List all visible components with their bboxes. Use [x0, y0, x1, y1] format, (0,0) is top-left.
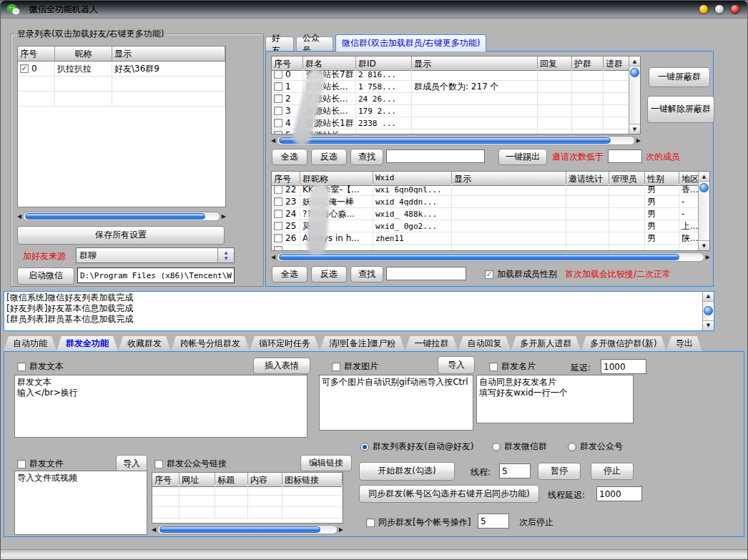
account-checkbox[interactable]: ✓ — [20, 64, 29, 73]
wechat-path-input[interactable] — [77, 267, 235, 283]
radio-send-official[interactable]: 群发公众号 — [568, 441, 623, 453]
group-row-checkbox[interactable] — [274, 107, 282, 115]
radio-icon[interactable] — [492, 443, 501, 451]
thread-delay-input[interactable] — [596, 486, 642, 501]
checkbox-icon[interactable] — [332, 363, 340, 371]
mass-card-area[interactable]: 自动同意好友发名片 填写好友wxid一行一个 — [476, 375, 634, 423]
login-table-hscrollbar[interactable]: ◀ ▶ — [17, 212, 226, 221]
group-table-vscrollbar[interactable]: ▲ ▼ — [629, 57, 640, 134]
tab-friends[interactable]: 好友 — [265, 36, 294, 51]
group-row-checkbox[interactable] — [274, 82, 282, 91]
tab-scheduled-tasks[interactable]: 循环定时任务 — [250, 336, 320, 351]
group-row-checkbox[interactable] — [274, 131, 282, 134]
thread-input[interactable] — [499, 463, 531, 478]
sync-limit-checkbox[interactable]: 同步群发[每个帐号操作] — [366, 516, 471, 529]
scroll-up-icon[interactable]: ▲ — [699, 172, 709, 182]
edit-link-button[interactable]: 编辑链接 — [300, 455, 352, 471]
log-output[interactable]: [微信系统]微信好友列表加载完成 [好友列表]好友基本信息加载完成 [群员列表]… — [4, 291, 714, 331]
tab-cross-account-send[interactable]: 跨帐号分组群发 — [171, 336, 250, 351]
table-row[interactable]: 24 — [272, 208, 300, 220]
log-vscrollbar[interactable]: ▲ ▼ — [702, 292, 714, 330]
login-row-cell[interactable]: 好友\36群9 — [112, 62, 225, 77]
member-table-vscrollbar[interactable]: ▲ ▼ — [698, 172, 709, 250]
scroll-up-icon[interactable]: ▲ — [629, 57, 640, 67]
stop-button[interactable]: 停止 — [591, 463, 634, 480]
member-table-hscrollbar[interactable]: ◀ ▶ — [271, 252, 710, 262]
scroll-left-icon[interactable]: ◀ — [152, 527, 156, 533]
member-invert-select-button[interactable]: 反选 — [311, 266, 347, 283]
radio-icon[interactable] — [360, 443, 369, 451]
member-row-checkbox[interactable] — [274, 197, 282, 206]
block-group-button[interactable]: 一键屏蔽群 — [649, 67, 710, 87]
member-row-checkbox[interactable] — [274, 210, 282, 218]
mass-link-checkbox[interactable]: 群发公众号链接 — [154, 458, 227, 470]
group-search-input[interactable] — [386, 149, 485, 163]
table-row[interactable]: 22 — [272, 184, 300, 196]
checkbox-icon[interactable]: ✓ — [485, 270, 493, 279]
tab-clean-zombie-fans[interactable]: 清理[备注]僵尸粉 — [320, 336, 405, 351]
load-gender-checkbox[interactable]: ✓ 加载群成员性别 — [485, 268, 557, 280]
scroll-right-icon[interactable]: ▶ — [339, 527, 343, 533]
tab-auto-reply[interactable]: 自动回复 — [458, 336, 511, 351]
scroll-left-icon[interactable]: ◀ — [271, 138, 275, 144]
tab-export[interactable]: 导出 — [666, 336, 702, 351]
mass-file-checkbox[interactable]: 群发文件 — [17, 458, 64, 470]
group-invert-select-button[interactable]: 反选 — [311, 149, 347, 165]
close-button[interactable] — [730, 4, 740, 14]
scroll-up-icon[interactable]: ▲ — [703, 292, 714, 302]
mass-card-checkbox[interactable]: 群发名片 — [489, 360, 536, 373]
tab-favorite-send[interactable]: 收藏群发 — [118, 336, 171, 351]
tab-multi-guard-group[interactable]: 多开微信护群(新) — [581, 336, 666, 351]
sync-count-input[interactable] — [478, 514, 509, 529]
scroll-down-icon[interactable]: ▼ — [629, 124, 640, 134]
mass-image-checkbox[interactable]: 群发图片 — [332, 360, 378, 373]
link-table-hscrollbar[interactable]: ◀ ▶ — [152, 525, 343, 534]
scroll-down-icon[interactable]: ▼ — [703, 320, 714, 330]
invite-threshold-input[interactable] — [608, 149, 642, 163]
group-select-all-button[interactable]: 全选 — [272, 149, 307, 165]
tab-auto-functions[interactable]: 自动功能 — [4, 336, 56, 351]
member-row-checkbox[interactable] — [274, 222, 282, 230]
mass-file-area[interactable]: 导入文件或视频 — [14, 471, 147, 535]
insert-emoji-button[interactable]: 插入表情 — [253, 358, 310, 374]
radio-send-friends[interactable]: 群发列表好友(自动@好友) — [360, 441, 473, 453]
member-select-all-button[interactable]: 全选 — [272, 266, 307, 283]
mass-image-area[interactable]: 可多个图片自动识别gif动画导入按Ctrl — [319, 375, 473, 431]
member-search-input[interactable] — [386, 267, 466, 280]
combo-stepper-icon[interactable]: ▲▼ — [217, 248, 234, 262]
login-row-cell[interactable]: 扒拉扒拉 — [55, 62, 112, 77]
group-find-button[interactable]: 查找 — [350, 149, 383, 165]
launch-wechat-button[interactable]: 启动微信 — [17, 267, 74, 285]
scroll-right-icon[interactable]: ▶ — [636, 138, 641, 144]
mass-text-area[interactable]: 群发文本 输入</br>换行 — [14, 375, 307, 438]
scroll-left-icon[interactable]: ◀ — [271, 255, 275, 260]
table-row[interactable] — [272, 245, 300, 251]
checkbox-icon[interactable] — [489, 363, 498, 371]
kick-button[interactable]: 一键踢出 — [498, 149, 547, 165]
radio-icon[interactable] — [568, 443, 576, 451]
mass-text-checkbox[interactable]: 群发文本 — [17, 360, 64, 373]
table-row[interactable]: 25 — [272, 220, 300, 232]
login-row-cell[interactable]: ✓ 0 — [18, 62, 55, 77]
scroll-right-icon[interactable]: ▶ — [706, 255, 710, 260]
tab-multi-new-member[interactable]: 多开新人进群 — [511, 336, 581, 351]
scroll-right-icon[interactable]: ▶ — [222, 214, 226, 220]
group-row-checkbox[interactable] — [274, 94, 282, 103]
table-row[interactable]: 23 — [272, 196, 300, 208]
sync-send-button[interactable]: 同步群发(帐号区勾选并右键开启同步功能) — [359, 485, 539, 503]
checkbox-icon[interactable] — [17, 460, 26, 468]
radio-send-groups[interactable]: 群发微信群 — [492, 441, 547, 453]
table-row[interactable]: 0 — [272, 69, 303, 81]
member-row-checkbox[interactable] — [274, 246, 282, 251]
member-find-button[interactable]: 查找 — [350, 266, 383, 283]
checkbox-icon[interactable] — [17, 363, 26, 371]
image-import-button[interactable]: 导入 — [438, 356, 475, 374]
tab-wechat-groups[interactable]: 微信群(双击加载群员/右键更多功能) — [335, 34, 486, 51]
unblock-group-button[interactable]: 一键解除屏蔽群 — [647, 96, 714, 123]
table-row[interactable]: 1 — [272, 81, 303, 93]
minimize-button[interactable] — [699, 4, 709, 14]
pause-button[interactable]: 暂停 — [538, 463, 581, 480]
scroll-left-icon[interactable]: ◀ — [17, 214, 21, 220]
table-row[interactable]: 2 — [272, 93, 303, 105]
group-row-checkbox[interactable] — [274, 119, 282, 127]
